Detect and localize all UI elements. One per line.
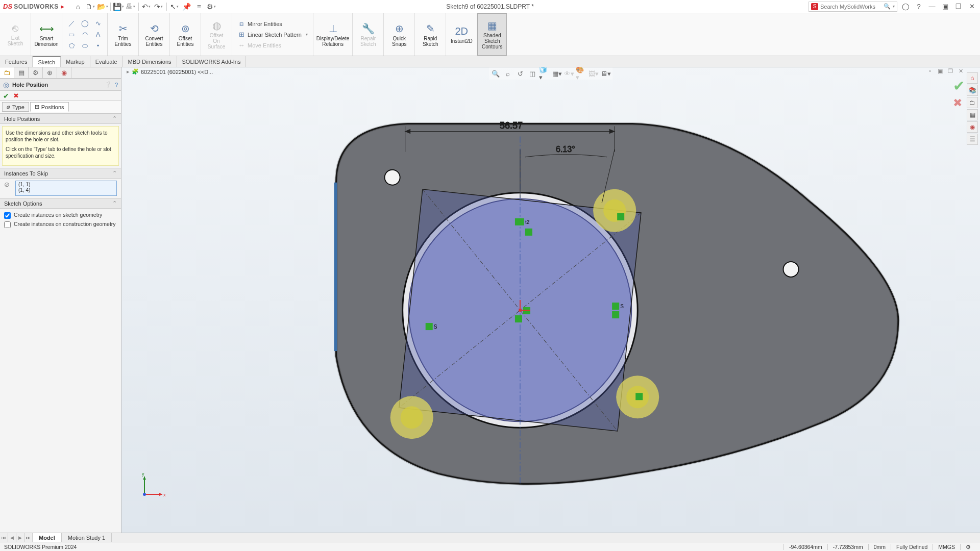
mirror-entities-button[interactable]: ⧈Mirror Entities xyxy=(235,19,284,29)
status-product: SOLIDWORKS Premium 2024 xyxy=(4,544,783,550)
polygon-icon[interactable]: ⬠ xyxy=(65,41,78,51)
rapid-sketch-button[interactable]: ✎RapidSketch xyxy=(418,22,443,47)
pm-tab-type[interactable]: ⌀Type xyxy=(2,102,29,112)
close-icon[interactable]: ✕ xyxy=(967,2,977,12)
status-bar: SOLIDWORKS Premium 2024 -94.60364mm -7.7… xyxy=(0,542,980,551)
new-icon[interactable]: 🗋 xyxy=(85,1,96,12)
shaded-sketch-contours-button[interactable]: ▦ShadedSketchContours xyxy=(480,19,504,49)
svg-text:S: S xyxy=(620,304,624,309)
minimize-icon[interactable]: — xyxy=(927,2,937,12)
quick-access-toolbar: ⌂ 🗋 📂 💾 🖶 ↶ ↷ ↖ 📌 ≡ ⚙ xyxy=(72,1,217,12)
move-entities-button[interactable]: ↔Move Entities xyxy=(235,40,283,51)
tab-nav-first-icon[interactable]: ⏮ xyxy=(0,533,8,542)
fm-tab-property-manager-icon[interactable]: ▤ xyxy=(14,67,29,78)
tab-nav-next-icon[interactable]: ▶ xyxy=(16,533,24,542)
type-tab-icon: ⌀ xyxy=(7,104,10,110)
status-units[interactable]: MMGS xyxy=(933,544,960,550)
smart-dimension-button[interactable]: ⟷SmartDimension xyxy=(34,22,59,47)
tab-markup[interactable]: Markup xyxy=(61,56,90,67)
svg-rect-17 xyxy=(523,307,530,314)
options-icon[interactable]: ⚙ xyxy=(206,1,217,12)
repair-sketch-button[interactable]: 🔧RepairSketch xyxy=(356,22,380,47)
instant2d-button[interactable]: 2DInstant2D xyxy=(449,26,474,44)
status-menu-icon[interactable]: ⚙ xyxy=(960,544,976,550)
pm-cancel-button[interactable]: ✖ xyxy=(13,92,19,99)
offset-entities-button[interactable]: ⊚OffsetEntities xyxy=(173,22,198,47)
offset-on-surface-button[interactable]: ◍OffsetOnSurface xyxy=(204,19,229,49)
svg-rect-11 xyxy=(612,303,619,310)
search-input[interactable] xyxy=(820,4,881,10)
tab-sketch[interactable]: Sketch xyxy=(33,56,61,67)
pm-section-hole-positions[interactable]: Hole Positions⌃ xyxy=(0,113,121,124)
opt-create-on-sketch-geometry[interactable]: Create instances on sketch geometry xyxy=(4,211,117,220)
svg-rect-19 xyxy=(635,393,643,400)
svg-rect-10 xyxy=(525,229,532,236)
select-icon[interactable]: ↖ xyxy=(169,1,180,12)
svg-rect-8 xyxy=(515,218,524,226)
pm-tab-positions[interactable]: ⊞Positions xyxy=(30,102,69,112)
status-coord-z: 0mm xyxy=(868,544,891,550)
point-icon[interactable]: • xyxy=(92,41,104,51)
exit-sketch-button[interactable]: ⎋ExitSketch xyxy=(3,22,28,46)
display-delete-relations-button[interactable]: ⊥Display/DeleteRelations xyxy=(316,22,349,47)
svg-rect-18 xyxy=(617,213,624,220)
pm-section-instances-skip[interactable]: Instances To Skip⌃ xyxy=(0,168,121,179)
tab-solidworks-addins[interactable]: SOLIDWORKS Add-Ins xyxy=(177,56,247,67)
help-icon[interactable]: ? xyxy=(914,2,924,12)
rectangle-icon[interactable]: ▭ xyxy=(65,30,78,40)
open-icon[interactable]: 📂 xyxy=(97,1,108,12)
undo-icon[interactable]: ↶ xyxy=(141,1,152,12)
circle-icon[interactable]: ◯ xyxy=(79,18,91,29)
pm-accept-button[interactable]: ✔ xyxy=(3,92,9,100)
search-provider-icon: S xyxy=(811,3,818,10)
convert-entities-button[interactable]: ⟲ConvertEntities xyxy=(142,22,166,47)
part-drawing: t2 S S xyxy=(121,67,980,533)
arc-icon[interactable]: ◠ xyxy=(79,30,91,40)
svg-text:56.57: 56.57 xyxy=(500,120,523,131)
line-icon[interactable]: ／ xyxy=(65,18,78,29)
pm-help-box: Use the dimensions and other sketch tool… xyxy=(2,126,119,166)
search-box[interactable]: S 🔍 ▾ xyxy=(808,2,897,12)
tab-nav-last-icon[interactable]: ⏭ xyxy=(24,533,33,542)
save-icon[interactable]: 💾 xyxy=(113,1,124,12)
svg-point-38 xyxy=(143,493,146,496)
status-sketch-state: Fully Defined xyxy=(891,544,933,550)
ellipse-icon[interactable]: ⬭ xyxy=(79,41,91,51)
collapse-icon: ⌃ xyxy=(112,200,117,207)
opt-create-on-construction-geometry[interactable]: Create instances on construction geometr… xyxy=(4,220,117,229)
fm-tab-feature-tree-icon[interactable]: 🗀 xyxy=(0,67,14,78)
trim-entities-button[interactable]: ✂TrimEntities xyxy=(111,22,135,47)
user-icon[interactable]: ◯ xyxy=(900,2,911,12)
tab-features[interactable]: Features xyxy=(0,56,33,67)
tab-motion-study[interactable]: Motion Study 1 xyxy=(62,533,112,542)
layout-icon[interactable]: ▣ xyxy=(940,2,950,12)
rebuild-icon[interactable]: ≡ xyxy=(193,1,205,12)
print-icon[interactable]: 🖶 xyxy=(125,1,136,12)
tab-nav-prev-icon[interactable]: ◀ xyxy=(8,533,16,542)
tab-mbd-dimensions[interactable]: MBD Dimensions xyxy=(123,56,177,67)
view-triad: x y xyxy=(137,471,167,502)
search-icon[interactable]: 🔍 xyxy=(884,3,891,10)
pm-detailed-help-icon[interactable]: ❔ xyxy=(105,81,112,88)
text-icon[interactable]: A xyxy=(92,30,104,40)
linear-pattern-button[interactable]: ⊞Linear Sketch Pattern▾ xyxy=(235,30,310,40)
spline-icon[interactable]: ∿ xyxy=(92,18,104,29)
quick-snaps-button[interactable]: ⊕QuickSnaps xyxy=(387,22,411,47)
skip-instances-list[interactable]: (1, 1) (1, 4) xyxy=(15,181,117,196)
restore-icon[interactable]: ❐ xyxy=(953,2,964,12)
command-ribbon: ⎋ExitSketch ⟷SmartDimension ／ ◯ ∿ ▭ ◠ A … xyxy=(0,13,980,56)
tab-model[interactable]: Model xyxy=(33,533,62,542)
graphics-area[interactable]: ▸ 🧩 60225001 (60225001) <<D... ▫ ▣ ❐ ✕ 🔍… xyxy=(121,67,980,533)
list-item[interactable]: (1, 1) xyxy=(16,182,116,187)
pm-section-sketch-options[interactable]: Sketch Options⌃ xyxy=(0,198,121,209)
fm-tab-dimxpert-icon[interactable]: ⊕ xyxy=(43,67,57,78)
hole-preview xyxy=(390,396,433,439)
home-icon[interactable]: ⌂ xyxy=(72,1,84,12)
redo-icon[interactable]: ↷ xyxy=(153,1,164,12)
pm-help-icon[interactable]: ? xyxy=(115,82,118,88)
fm-tab-display-icon[interactable]: ◉ xyxy=(57,67,71,78)
fm-tab-config-icon[interactable]: ⚙ xyxy=(29,67,43,78)
pin-icon[interactable]: 📌 xyxy=(181,1,192,12)
list-item[interactable]: (1, 4) xyxy=(16,187,116,193)
tab-evaluate[interactable]: Evaluate xyxy=(90,56,123,67)
